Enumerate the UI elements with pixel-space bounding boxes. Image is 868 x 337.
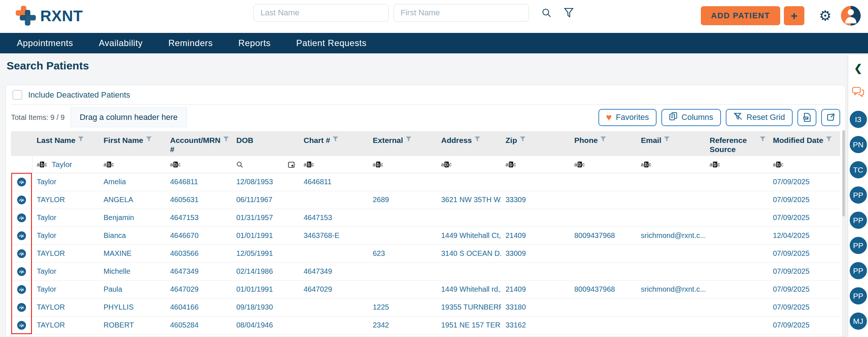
nav-item-availability[interactable]: Availability [99, 38, 143, 48]
patient-dashboard-icon[interactable] [17, 178, 26, 186]
first-name-input[interactable] [394, 4, 529, 22]
text-filter-abc-icon[interactable]: abc [506, 162, 516, 167]
settings-gear-icon[interactable]: ⚙ [819, 9, 831, 23]
export-grid-button[interactable] [821, 109, 840, 126]
patient-row[interactable]: TAYLORROBERT460528408/04/194623421951 NE… [11, 316, 840, 334]
filter-cell-address[interactable]: abc [437, 156, 501, 173]
sidebar-badge-pp[interactable]: PP [850, 287, 867, 304]
filter-cell-account-mrn[interactable]: abc [166, 156, 232, 173]
collapse-chevron-icon[interactable]: ❮ [854, 64, 863, 73]
patient-row[interactable]: TAYLORPHYLLIS460416609/18/1930122519355 … [11, 298, 840, 316]
column-filter-funnel-icon[interactable] [600, 136, 606, 142]
row-icon-cell[interactable] [11, 280, 32, 298]
filter-cell-modified-date[interactable]: abc [769, 156, 840, 173]
patient-dashboard-icon[interactable] [17, 285, 26, 294]
text-filter-abc-icon[interactable]: abc [373, 162, 383, 167]
column-filter-funnel-icon[interactable] [474, 136, 480, 142]
column-header-dob[interactable]: DOB [232, 131, 299, 156]
user-avatar[interactable] [841, 6, 861, 26]
row-icon-cell[interactable] [11, 316, 32, 334]
nav-item-appointments[interactable]: Appointments [17, 38, 73, 48]
column-filter-funnel-icon[interactable] [146, 136, 152, 142]
filter-cell-reference-source[interactable]: abc [705, 156, 769, 173]
patient-row[interactable]: TaylorAmelia464681112/08/1953464681107/0… [11, 173, 840, 191]
scrollbar-thumb[interactable] [842, 130, 845, 216]
row-icon-cell[interactable] [11, 262, 32, 280]
add-patient-button[interactable]: ADD PATIENT [701, 6, 780, 25]
sidebar-badge-pp[interactable]: PP [850, 262, 867, 279]
column-filter-funnel-icon[interactable] [406, 136, 412, 142]
sidebar-badge-pp[interactable]: PP [850, 237, 867, 254]
column-filter-funnel-icon[interactable] [664, 136, 670, 142]
filter-icon[interactable] [564, 8, 574, 18]
text-filter-abc-icon[interactable]: abc [37, 162, 48, 167]
column-header-address[interactable]: Address [437, 131, 501, 156]
column-header-email[interactable]: Email [636, 131, 705, 156]
column-filter-funnel-icon[interactable] [78, 136, 84, 142]
column-header-last-name[interactable]: Last Name [32, 131, 99, 156]
filter-cell-chart[interactable]: abc [299, 156, 368, 173]
column-filter-funnel-icon[interactable] [760, 136, 766, 142]
filter-cell-dob[interactable] [232, 156, 299, 173]
patient-dashboard-icon[interactable] [17, 231, 26, 240]
row-icon-cell[interactable] [11, 209, 32, 227]
dob-calendar-icon[interactable] [288, 161, 295, 168]
column-header-account-mrn[interactable]: Account/MRN # [166, 131, 232, 156]
row-icon-cell[interactable] [11, 191, 32, 209]
text-filter-abc-icon[interactable]: abc [710, 162, 720, 167]
column-filter-funnel-icon[interactable] [826, 136, 832, 142]
group-by-drop-zone[interactable]: Drag a column header here [71, 107, 187, 127]
last-name-input[interactable] [253, 4, 389, 22]
column-header-chart[interactable]: Chart # [299, 131, 368, 156]
sidebar-badge-tc[interactable]: TC [850, 161, 867, 178]
column-header-phone[interactable]: Phone [570, 131, 636, 156]
row-icon-cell[interactable] [11, 298, 32, 316]
column-filter-funnel-icon[interactable] [332, 136, 338, 142]
patient-dashboard-icon[interactable] [17, 321, 26, 330]
patient-row[interactable]: TaylorMichelle464734902/14/1986464734907… [11, 262, 840, 280]
text-filter-abc-icon[interactable]: abc [773, 162, 784, 167]
row-icon-cell[interactable] [11, 245, 32, 262]
patient-row[interactable]: TAYLORANGELA460563106/11/196726893621 NW… [11, 191, 840, 209]
text-filter-abc-icon[interactable]: abc [441, 162, 452, 167]
column-header-first-name[interactable]: First Name [99, 131, 166, 156]
search-icon[interactable] [541, 8, 552, 18]
quick-add-button[interactable]: + [784, 6, 804, 25]
patient-row[interactable]: TaylorPaula464702901/01/199146470291449 … [11, 280, 840, 298]
nav-item-reminders[interactable]: Reminders [168, 38, 213, 48]
filter-cell-external[interactable]: abc [368, 156, 437, 173]
export-pdf-button[interactable]: pdf [797, 109, 816, 126]
sidebar-badge-mj[interactable]: MJ [850, 313, 867, 330]
favorites-button[interactable]: ♥ Favorites [598, 109, 657, 126]
patient-dashboard-icon[interactable] [17, 249, 26, 258]
rxnt-logo[interactable]: RXNT [15, 6, 83, 26]
sidebar-badge-pp[interactable]: PP [850, 186, 867, 204]
sidebar-badge-pp[interactable]: PP [850, 212, 867, 229]
nav-item-reports[interactable]: Reports [238, 38, 271, 48]
sidebar-badge-pn[interactable]: PN [850, 136, 867, 153]
patient-dashboard-icon[interactable] [17, 213, 26, 222]
text-filter-abc-icon[interactable]: abc [641, 162, 651, 167]
column-filter-funnel-icon[interactable] [223, 136, 229, 142]
sidebar-badge-i3[interactable]: I3 [850, 111, 867, 128]
vertical-scrollbar[interactable] [842, 130, 845, 337]
text-filter-abc-icon[interactable]: abc [104, 162, 114, 167]
filter-cell-zip[interactable]: abc [501, 156, 570, 173]
filter-cell-last-name[interactable]: abcTaylor [32, 156, 99, 173]
column-header-modified-date[interactable]: Modified Date [769, 131, 840, 156]
patient-row[interactable]: TaylorBenjamin464715301/31/1957464715307… [11, 209, 840, 227]
reset-grid-button[interactable]: Reset Grid [726, 109, 793, 126]
text-filter-abc-icon[interactable]: abc [304, 162, 314, 167]
patient-dashboard-icon[interactable] [17, 196, 26, 204]
column-header-zip[interactable]: Zip [501, 131, 570, 156]
filter-value[interactable]: Taylor [52, 160, 72, 169]
patient-dashboard-icon[interactable] [17, 267, 26, 276]
filter-cell-phone[interactable]: abc [570, 156, 636, 173]
filter-cell-first-name[interactable]: abc [99, 156, 166, 173]
dob-search-icon[interactable] [236, 161, 243, 168]
text-filter-abc-icon[interactable]: abc [170, 162, 181, 167]
include-deactivated-checkbox[interactable] [12, 90, 22, 100]
columns-button[interactable]: Columns [661, 109, 721, 126]
nav-item-patient-requests[interactable]: Patient Requests [296, 38, 367, 48]
patient-row[interactable]: TaylorBianca464667001/01/19913463768-E14… [11, 227, 840, 245]
